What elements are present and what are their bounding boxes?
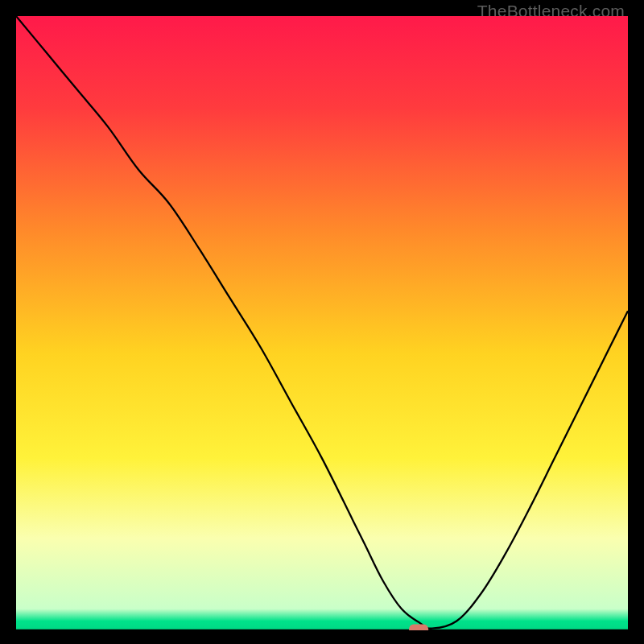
bottleneck-chart xyxy=(16,16,628,630)
gradient-background xyxy=(16,16,628,630)
outer-frame: TheBottleneck.com xyxy=(0,0,644,644)
minimum-marker xyxy=(409,625,428,631)
